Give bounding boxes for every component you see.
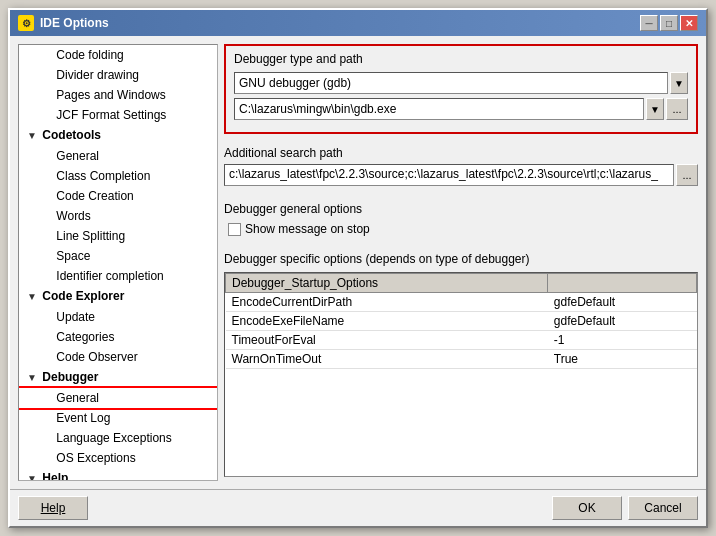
close-button[interactable]: ✕ [680,15,698,31]
collapse-icon: ▼ [27,369,39,387]
collapse-icon: ▼ [27,288,39,306]
ide-options-window: ⚙ IDE Options ─ □ ✕ Code folding Di [8,8,708,528]
debugger-type-section: Debugger type and path GNU debugger (gdb… [224,44,698,134]
table-row[interactable]: TimeoutForEval-1 [226,331,697,350]
tree-item-jcf-format[interactable]: JCF Format Settings [19,105,217,125]
col-header-value [548,274,697,293]
options-table-container[interactable]: Debugger_Startup_Options EncodeCurrentDi… [224,272,698,477]
specific-options-section: Debugger specific options (depends on ty… [224,248,698,481]
general-options-section: Debugger general options Show message on… [224,198,698,240]
debugger-type-row: GNU debugger (gdb) ▼ [234,72,688,94]
show-message-label: Show message on stop [245,222,370,236]
cancel-button[interactable]: Cancel [628,496,698,520]
ok-button[interactable]: OK [552,496,622,520]
tree-item-codetools-general[interactable]: General [19,146,217,166]
right-panel: Debugger type and path GNU debugger (gdb… [224,44,698,481]
tree-item-words[interactable]: Words [19,206,217,226]
search-path-browse-button[interactable]: ... [676,164,698,186]
table-row[interactable]: WarnOnTimeOutTrue [226,350,697,369]
tree-item-code-observer[interactable]: Code Observer [19,347,217,367]
tree-item-code-folding[interactable]: Code folding [19,45,217,65]
table-row[interactable]: EncodeExeFileNamegdfeDefault [226,312,697,331]
debugger-type-dropdown[interactable]: GNU debugger (gdb) [234,72,668,94]
option-value: True [548,350,697,369]
options-table: Debugger_Startup_Options EncodeCurrentDi… [225,273,697,369]
maximize-button[interactable]: □ [660,15,678,31]
tree-item-codetools[interactable]: ▼ Codetools [19,125,217,146]
debugger-type-title: Debugger type and path [234,52,688,66]
option-key: EncodeExeFileName [226,312,548,331]
ok-cancel-group: OK Cancel [552,496,698,520]
debugger-path-row: C:\lazarus\mingw\bin\gdb.exe ▼ ... [234,98,688,120]
dropdown-arrow-icon: ▼ [674,78,684,89]
tree-item-class-completion[interactable]: Class Completion [19,166,217,186]
search-path-row: c:\lazarus_latest\fpc\2.2.3\source;c:\la… [224,164,698,186]
option-key: EncodeCurrentDirPath [226,293,548,312]
content-area: Code folding Divider drawing Pages and W… [10,36,706,489]
option-value: gdfeDefault [548,293,697,312]
tree-item-pages-windows[interactable]: Pages and Windows [19,85,217,105]
tree-item-update[interactable]: Update [19,307,217,327]
window-icon: ⚙ [18,15,34,31]
option-key: WarnOnTimeOut [226,350,548,369]
search-path-input[interactable]: c:\lazarus_latest\fpc\2.2.3\source;c:\la… [224,164,674,186]
window-title: IDE Options [40,16,109,30]
specific-options-title: Debugger specific options (depends on ty… [224,252,698,266]
tree-item-space[interactable]: Space [19,246,217,266]
tree-item-event-log[interactable]: Event Log [19,408,217,428]
tree-item-divider-drawing[interactable]: Divider drawing [19,65,217,85]
title-bar: ⚙ IDE Options ─ □ ✕ [10,10,706,36]
tree-item-categories[interactable]: Categories [19,327,217,347]
debugger-path-browse-button[interactable]: ... [666,98,688,120]
debugger-path-dropdown[interactable]: C:\lazarus\mingw\bin\gdb.exe [234,98,644,120]
table-row[interactable]: EncodeCurrentDirPathgdfeDefault [226,293,697,312]
show-message-row: Show message on stop [224,222,698,236]
tree-item-language-exceptions[interactable]: Language Exceptions [19,428,217,448]
option-value: -1 [548,331,697,350]
help-button[interactable]: Help [18,496,88,520]
collapse-icon: ▼ [27,470,39,481]
bottom-bar: Help OK Cancel [10,489,706,526]
tree-item-code-creation[interactable]: Code Creation [19,186,217,206]
title-bar-left: ⚙ IDE Options [18,15,109,31]
tree-item-debugger[interactable]: ▼ Debugger [19,367,217,388]
search-path-title: Additional search path [224,146,698,160]
tree-item-code-explorer[interactable]: ▼ Code Explorer [19,286,217,307]
general-options-title: Debugger general options [224,202,698,216]
search-path-section: Additional search path c:\lazarus_latest… [224,142,698,190]
dropdown-arrow-icon: ▼ [650,104,660,115]
option-key: TimeoutForEval [226,331,548,350]
tree-item-os-exceptions[interactable]: OS Exceptions [19,448,217,468]
tree-item-line-splitting[interactable]: Line Splitting [19,226,217,246]
col-header-key: Debugger_Startup_Options [226,274,548,293]
minimize-button[interactable]: ─ [640,15,658,31]
collapse-icon: ▼ [27,127,39,145]
option-value: gdfeDefault [548,312,697,331]
tree-item-help[interactable]: ▼ Help [19,468,217,481]
tree-item-identifier-completion[interactable]: Identifier completion [19,266,217,286]
tree-item-debugger-general[interactable]: General [19,388,217,408]
title-controls: ─ □ ✕ [640,15,698,31]
debugger-type-dropdown-arrow[interactable]: ▼ [670,72,688,94]
debugger-path-dropdown-arrow[interactable]: ▼ [646,98,664,120]
tree-panel[interactable]: Code folding Divider drawing Pages and W… [18,44,218,481]
show-message-checkbox[interactable] [228,223,241,236]
